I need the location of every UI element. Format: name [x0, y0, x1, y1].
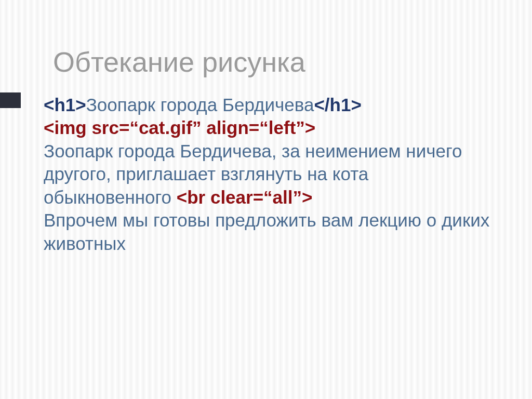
slide: Обтекание рисунка <h1>Зоопарк города Бер… — [0, 0, 532, 399]
br-tag-code: <br clear=“all”> — [177, 187, 313, 207]
img-tag-code: <img src=“cat.gif” align=“left”> — [44, 117, 315, 138]
h1-close-tag: </h1> — [314, 95, 361, 115]
accent-bar-top — [0, 92, 21, 108]
body-text-2: Впрочем мы готовы предложить вам лекцию … — [44, 210, 489, 253]
h1-text: Зоопарк города Бердичева — [86, 95, 314, 115]
h1-open-tag: <h1> — [44, 95, 86, 115]
slide-title: Обтекание рисунка — [53, 46, 305, 78]
slide-content: <h1>Зоопарк города Бердичева</h1> <img s… — [44, 94, 501, 255]
